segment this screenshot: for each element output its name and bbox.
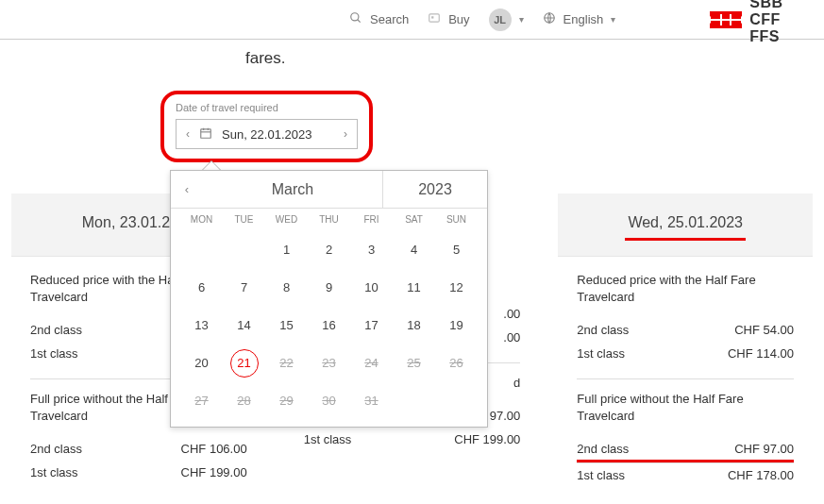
svg-rect-5 [201,128,211,137]
calendar-day[interactable]: 2 [308,238,350,262]
calendar-day[interactable]: 16 [308,313,350,338]
language-label: English [563,12,604,26]
price-row-2nd-highlighted: 2nd class CHF 97.00 [577,437,794,461]
calendar-month-select[interactable]: March [203,181,382,198]
calendar-day: 24 [350,351,393,376]
svg-line-1 [358,20,361,23]
svg-rect-2 [429,14,440,22]
calendar-day: 25 [393,351,435,376]
avatar: JL [489,8,512,31]
price-row-1st: 1st class CHF 199.00 [30,461,247,484]
buy-menu[interactable]: Buy [428,11,469,27]
calendar-day[interactable]: 8 [265,276,308,300]
brand-text: SBB CFF FFS [749,0,805,45]
date-next-button[interactable]: › [334,127,357,141]
calendar-day: 31 [350,389,393,413]
ticket-icon [428,11,441,27]
top-header: Search Buy JL ▾ English ▾ SBB CFF FFS [0,0,824,40]
price-row-1st: 1st class CHF 114.00 [577,342,794,365]
calendar-day: 27 [180,389,223,413]
date-picker-value: Sun, 22.01.2023 [218,127,334,142]
price-row-1st: 1st class CHF 178.00 [577,463,794,487]
calendar-day[interactable]: 17 [350,313,393,338]
calendar-prev-month[interactable]: ‹ [171,182,203,196]
calendar-day[interactable]: 4 [393,238,435,262]
calendar-day-empty [180,238,223,262]
calendar-day-empty [393,389,435,413]
calendar-day[interactable]: 12 [435,276,478,300]
calendar-day[interactable]: 6 [180,276,223,300]
calendar-day[interactable]: 5 [435,238,478,262]
calendar-day[interactable]: 19 [435,313,478,338]
date-picker-label: Date of travel required [176,102,358,113]
calendar-dow: SUN [435,214,478,225]
full-price-title: Full price without the Half Fare Travelc… [558,391,813,424]
intro-text-tail: fares. [245,49,286,68]
calendar-day[interactable]: 13 [180,313,223,338]
date-prev-button[interactable]: ‹ [177,127,199,141]
date-picker-input[interactable]: ‹ Sun, 22.01.2023 › [176,119,358,149]
calendar-day: 23 [308,351,350,376]
price-card-2: % Wed, 25.01.2023 Reduced price with the… [558,193,813,487]
brand-logo[interactable]: SBB CFF FFS [710,0,805,45]
price-row-2nd: 2nd class CHF 106.00 [30,437,247,461]
svg-rect-3 [431,16,433,18]
calendar-day[interactable]: 3 [350,238,393,262]
chevron-down-icon: ▾ [611,14,615,25]
calendar-day[interactable]: 10 [350,276,393,300]
calendar-day: 29 [265,389,308,413]
user-menu[interactable]: JL ▾ [489,8,524,31]
calendar-day[interactable]: 7 [223,276,265,300]
calendar-day[interactable]: 20 [180,351,223,376]
calendar-day: 22 [265,351,308,376]
calendar-grid: MONTUEWEDTHUFRISATSUN1234567891011121314… [171,209,487,427]
calendar-day-empty [435,389,478,413]
calendar-day: 28 [223,389,265,413]
calendar-dow: SAT [393,214,435,225]
calendar-popover: ‹ March 2023 MONTUEWEDTHUFRISATSUN123456… [170,170,488,428]
calendar-dow: MON [180,214,223,225]
calendar-day-empty [223,238,265,262]
calendar-day[interactable]: 14 [223,313,265,338]
reduced-price-title: Reduced price with the Half Fare Travelc… [558,272,813,305]
search-label: Search [370,12,409,26]
calendar-day: 26 [435,351,478,376]
price-row-2nd: 2nd class CHF 54.00 [577,318,794,342]
sbb-red-logo [710,11,742,28]
globe-icon [543,11,556,27]
calendar-dow: FRI [350,214,393,225]
calendar-day[interactable]: 1 [265,238,308,262]
calendar-dow: WED [265,214,308,225]
price-row-1st: 1st class CHF 199.00 [304,428,521,451]
calendar-day[interactable]: 11 [393,276,435,300]
calendar-dow: TUE [223,214,265,225]
language-menu[interactable]: English ▾ [543,11,616,27]
date-picker-highlight: Date of travel required ‹ Sun, 22.01.202… [160,91,373,162]
svg-point-0 [351,13,359,21]
calendar-dow: THU [308,214,350,225]
calendar-year-select[interactable]: 2023 [383,181,487,198]
search-menu[interactable]: Search [349,11,409,27]
calendar-day[interactable]: 9 [308,276,350,300]
calendar-day[interactable]: 15 [265,313,308,338]
calendar-day: 30 [308,389,350,413]
calendar-icon [199,126,218,143]
calendar-day[interactable]: 18 [393,313,435,338]
buy-label: Buy [448,12,469,26]
chevron-down-icon: ▾ [519,14,524,25]
card-date: Wed, 25.01.2023 [558,193,813,257]
search-icon [349,11,362,27]
calendar-day[interactable]: 21 [223,351,265,376]
